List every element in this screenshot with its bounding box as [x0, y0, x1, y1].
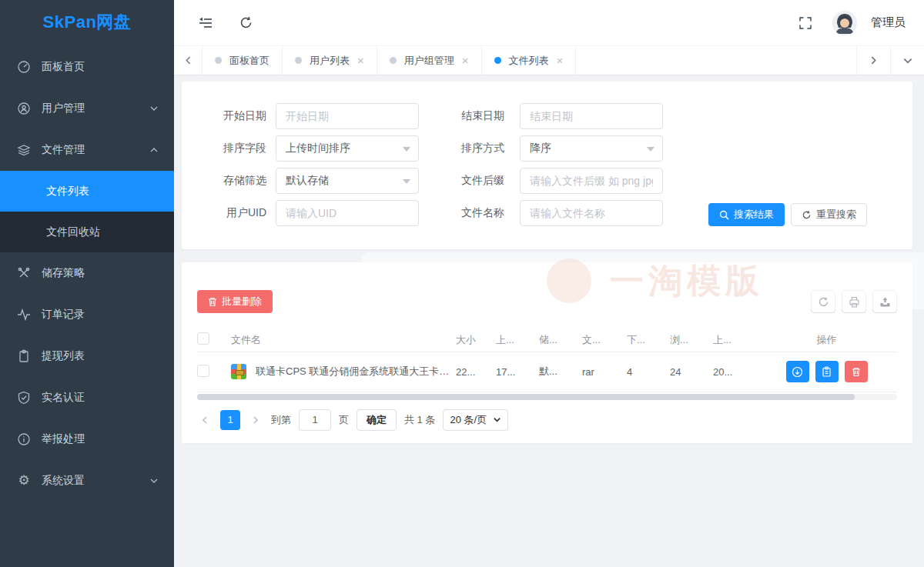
download-button[interactable] — [786, 361, 809, 382]
file-name-cell: 联通卡CPS 联通分销佣金系统联通大王卡分... — [231, 364, 456, 379]
row-checkbox[interactable] — [197, 365, 209, 377]
current-user-label[interactable]: 管理员 — [871, 15, 906, 30]
close-icon[interactable]: × — [557, 55, 564, 66]
tab-label: 用户列表 — [310, 54, 350, 68]
sidebar-item-label: 文件回收站 — [46, 225, 100, 239]
goto-page-input[interactable] — [299, 409, 331, 431]
tab-dashboard[interactable]: 面板首页 — [202, 46, 283, 75]
sidebar-item-file-recycle[interactable]: 文件回收站 — [0, 212, 174, 252]
field-label: 文件名称 — [450, 206, 504, 220]
app-logo: SkPan网盘 — [0, 0, 174, 44]
batch-delete-button[interactable]: 批量删除 — [197, 290, 273, 313]
column-header: 文... — [582, 329, 627, 352]
field-label: 排序方式 — [450, 142, 504, 155]
tab-label: 文件列表 — [509, 54, 549, 68]
tab-bar: 面板首页 用户列表 × 用户组管理 × 文件列表 × — [174, 46, 924, 75]
close-icon[interactable]: × — [357, 55, 364, 66]
sidebar-item-report[interactable]: 举报处理 — [0, 419, 174, 460]
content-area: 开始日期 结束日期 排序字段 上传时间排序 排序方式 降序 — [174, 75, 924, 567]
tabs-scroll-right-button[interactable] — [856, 46, 890, 75]
reset-search-button[interactable]: 重置搜索 — [791, 203, 867, 226]
storage-filter-select[interactable]: 默认存储 — [276, 168, 419, 194]
tabs-scroll-left-button[interactable] — [174, 46, 202, 75]
printer-icon — [849, 296, 860, 308]
close-icon[interactable]: × — [462, 55, 469, 66]
filter-buttons: 搜索结果 重置搜索 — [708, 203, 867, 226]
tab-user-group[interactable]: 用户组管理 × — [377, 46, 482, 75]
page-size-select[interactable]: 20 条/页 — [443, 409, 508, 431]
sidebar-item-label: 提现列表 — [42, 349, 159, 363]
tab-label: 用户组管理 — [404, 54, 454, 68]
goto-confirm-button[interactable]: 确定 — [357, 409, 397, 431]
next-page-button[interactable] — [248, 415, 263, 425]
field-label: 结束日期 — [450, 109, 504, 123]
info-icon — [17, 432, 31, 446]
activity-icon — [17, 308, 31, 322]
scrollbar-thumb[interactable] — [197, 394, 855, 400]
sidebar-item-dashboard[interactable]: 面板首页 — [0, 46, 174, 88]
tab-file-list[interactable]: 文件列表 × — [481, 46, 577, 75]
batch-delete-label: 批量删除 — [222, 295, 262, 309]
export-button[interactable] — [872, 290, 897, 313]
sidebar: SkPan网盘 面板首页 用户管理 文件管理 文件列表 — [0, 0, 174, 567]
search-button[interactable]: 搜索结果 — [708, 203, 785, 226]
table-header-row: 文件名 大小 上... 储... 文... 下... 浏... 上... 操作 — [197, 329, 897, 352]
sidebar-item-users[interactable]: 用户管理 — [0, 88, 174, 129]
shield-check-icon — [17, 391, 31, 405]
header-right-group: 管理员 — [792, 10, 906, 36]
refresh-icon — [239, 15, 253, 30]
sort-field-select[interactable]: 上传时间排序 — [276, 135, 419, 162]
chevron-left-icon — [200, 415, 209, 425]
sidebar-item-storage-policy[interactable]: 储存策略 — [0, 252, 174, 294]
filter-row: 存储筛选 默认存储 文件后缀 — [213, 165, 912, 197]
top-header: 管理员 — [174, 0, 924, 46]
sidebar-item-files[interactable]: 文件管理 — [0, 129, 174, 171]
filter-row: 排序字段 上传时间排序 排序方式 降序 — [213, 132, 912, 165]
storage-cell: 默... — [539, 352, 582, 392]
fullscreen-button[interactable] — [792, 10, 819, 36]
tools-icon — [17, 266, 31, 280]
tab-label: 面板首页 — [229, 54, 270, 68]
file-suffix-input[interactable] — [520, 168, 663, 194]
sidebar-item-file-list[interactable]: 文件列表 — [0, 171, 174, 212]
page-number-button[interactable]: 1 — [220, 410, 240, 430]
refresh-page-button[interactable] — [233, 10, 259, 36]
main-area: 管理员 面板首页 用户列表 × 用户组管理 × — [174, 0, 924, 567]
select-all-checkbox[interactable] — [197, 332, 209, 345]
refresh-table-button[interactable] — [811, 290, 835, 313]
column-header: 上... — [713, 329, 756, 352]
table-card: 批量删除 — [182, 262, 912, 443]
chevron-up-icon — [149, 145, 159, 155]
trash-icon — [852, 367, 861, 377]
avatar[interactable] — [832, 11, 857, 35]
chevron-right-icon — [251, 415, 260, 425]
downloads-cell: 4 — [627, 352, 670, 392]
chevron-down-icon — [149, 104, 159, 113]
copy-link-button[interactable] — [815, 361, 839, 382]
prev-page-button[interactable] — [197, 415, 213, 425]
sort-order-select[interactable]: 降序 — [520, 135, 663, 162]
tab-dot — [215, 57, 222, 64]
tab-dot — [390, 57, 397, 64]
tabs-menu-button[interactable] — [890, 46, 924, 75]
upload-time-cell: 17... — [496, 352, 539, 392]
print-button[interactable] — [842, 290, 866, 313]
sidebar-item-orders[interactable]: 订单记录 — [0, 294, 174, 335]
sidebar-item-realname[interactable]: 实名认证 — [0, 377, 174, 419]
end-date-input[interactable] — [520, 103, 663, 129]
sidebar-item-withdraw[interactable]: 提现列表 — [0, 335, 174, 377]
file-name-input[interactable] — [520, 200, 663, 226]
delete-button[interactable] — [845, 361, 868, 382]
search-icon — [719, 210, 729, 220]
file-name-link[interactable]: 联通卡CPS 联通分销佣金系统联通大王卡分... — [256, 365, 456, 379]
start-date-input[interactable] — [276, 103, 419, 129]
sidebar-item-label: 订单记录 — [42, 308, 159, 322]
sidebar-item-label: 用户管理 — [42, 102, 149, 115]
fullscreen-icon — [798, 16, 812, 30]
sidebar-item-label: 文件管理 — [42, 143, 149, 157]
tab-user-list[interactable]: 用户列表 × — [282, 46, 377, 75]
sidebar-item-settings[interactable]: ⚙ 系统设置 — [0, 460, 174, 502]
clipboard-icon — [822, 366, 832, 377]
collapse-sidebar-button[interactable] — [192, 10, 219, 36]
user-uid-input[interactable] — [276, 200, 419, 226]
